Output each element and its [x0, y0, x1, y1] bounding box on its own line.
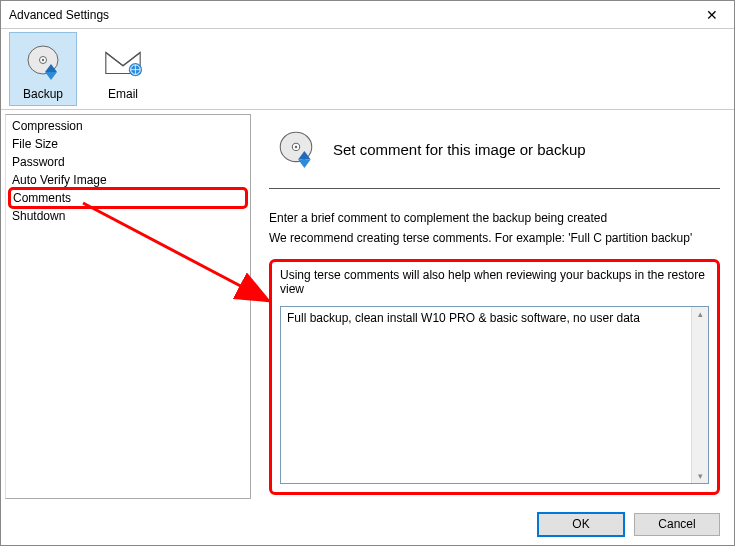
main-panel: Set comment for this image or backup Ent…	[255, 110, 734, 503]
titlebar: Advanced Settings ✕	[1, 1, 734, 29]
comment-textarea[interactable]	[281, 307, 691, 483]
scroll-down-icon: ▾	[698, 471, 703, 481]
svg-point-2	[42, 59, 44, 61]
comment-field-wrap: ▴ ▾	[280, 306, 709, 484]
sidebar-item-label: Password	[12, 155, 65, 169]
footer: OK Cancel	[1, 503, 734, 545]
sidebar-item-label: Auto Verify Image	[12, 173, 107, 187]
scrollbar[interactable]: ▴ ▾	[691, 307, 708, 483]
sidebar-item-compression[interactable]: Compression	[6, 117, 250, 135]
description-line1: Enter a brief comment to complement the …	[269, 211, 720, 225]
content-area: Compression File Size Password Auto Veri…	[1, 109, 734, 503]
sidebar-item-comments[interactable]: Comments	[8, 187, 248, 209]
sidebar: Compression File Size Password Auto Veri…	[5, 114, 251, 499]
sidebar-item-shutdown[interactable]: Shutdown	[6, 207, 250, 225]
toolbar: Backup Email	[1, 29, 734, 109]
advanced-settings-window: Advanced Settings ✕ Backup	[0, 0, 735, 546]
toolbar-email-button[interactable]: Email	[89, 32, 157, 106]
sidebar-item-label: Compression	[12, 119, 83, 133]
toolbar-email-label: Email	[108, 87, 138, 101]
sidebar-item-label: Comments	[13, 191, 71, 205]
divider	[269, 188, 720, 189]
main-heading: Set comment for this image or backup	[333, 141, 586, 158]
scroll-up-icon: ▴	[698, 309, 703, 319]
highlight-box: Using terse comments will also help when…	[269, 259, 720, 495]
close-button[interactable]: ✕	[690, 1, 734, 29]
email-icon	[102, 41, 144, 83]
main-header: Set comment for this image or backup	[269, 120, 720, 188]
cancel-button[interactable]: Cancel	[634, 513, 720, 536]
disk-icon	[275, 128, 317, 170]
sidebar-item-label: File Size	[12, 137, 58, 151]
toolbar-backup-label: Backup	[23, 87, 63, 101]
sidebar-item-password[interactable]: Password	[6, 153, 250, 171]
hint-text: Using terse comments will also help when…	[280, 268, 709, 296]
toolbar-backup-button[interactable]: Backup	[9, 32, 77, 106]
ok-button[interactable]: OK	[538, 513, 624, 536]
sidebar-item-filesize[interactable]: File Size	[6, 135, 250, 153]
description-line2: We recommend creating terse comments. Fo…	[269, 231, 720, 245]
svg-point-7	[295, 146, 298, 149]
sidebar-item-label: Shutdown	[12, 209, 65, 223]
disk-backup-icon	[22, 41, 64, 83]
window-title: Advanced Settings	[9, 8, 109, 22]
